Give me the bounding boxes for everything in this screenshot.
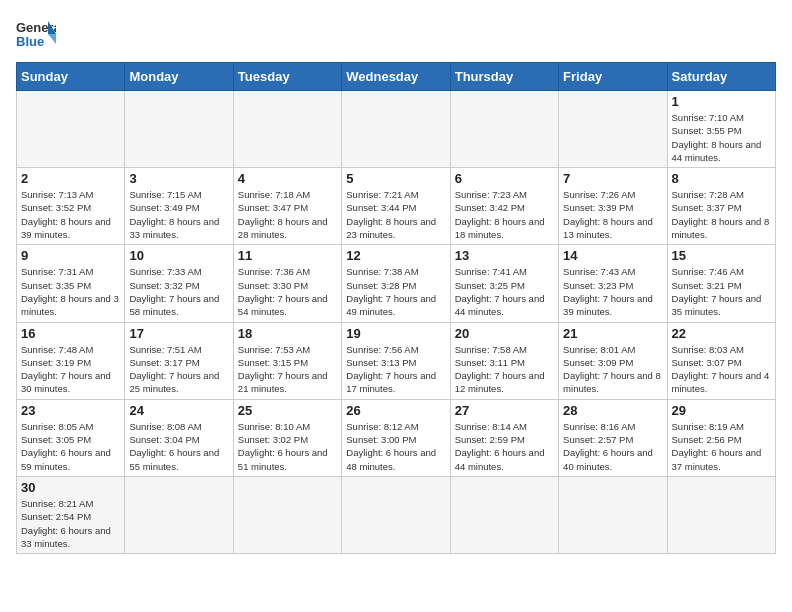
day-info: Sunrise: 7:21 AM Sunset: 3:44 PM Dayligh…: [346, 188, 445, 241]
calendar-day-cell: 1Sunrise: 7:10 AM Sunset: 3:55 PM Daylig…: [667, 91, 775, 168]
day-info: Sunrise: 8:12 AM Sunset: 3:00 PM Dayligh…: [346, 420, 445, 473]
day-info: Sunrise: 7:51 AM Sunset: 3:17 PM Dayligh…: [129, 343, 228, 396]
calendar-day-cell: 19Sunrise: 7:56 AM Sunset: 3:13 PM Dayli…: [342, 322, 450, 399]
logo: General Blue: [16, 16, 56, 52]
calendar-day-cell: 28Sunrise: 8:16 AM Sunset: 2:57 PM Dayli…: [559, 399, 667, 476]
day-info: Sunrise: 7:41 AM Sunset: 3:25 PM Dayligh…: [455, 265, 554, 318]
calendar-day-cell: 29Sunrise: 8:19 AM Sunset: 2:56 PM Dayli…: [667, 399, 775, 476]
day-info: Sunrise: 7:33 AM Sunset: 3:32 PM Dayligh…: [129, 265, 228, 318]
day-number: 6: [455, 171, 554, 186]
calendar-day-cell: 20Sunrise: 7:58 AM Sunset: 3:11 PM Dayli…: [450, 322, 558, 399]
calendar-day-cell: 22Sunrise: 8:03 AM Sunset: 3:07 PM Dayli…: [667, 322, 775, 399]
day-info: Sunrise: 7:31 AM Sunset: 3:35 PM Dayligh…: [21, 265, 120, 318]
day-number: 16: [21, 326, 120, 341]
calendar-day-cell: 23Sunrise: 8:05 AM Sunset: 3:05 PM Dayli…: [17, 399, 125, 476]
day-info: Sunrise: 7:13 AM Sunset: 3:52 PM Dayligh…: [21, 188, 120, 241]
weekday-header-cell: Monday: [125, 63, 233, 91]
day-number: 11: [238, 248, 337, 263]
calendar-table: SundayMondayTuesdayWednesdayThursdayFrid…: [16, 62, 776, 554]
day-number: 5: [346, 171, 445, 186]
day-info: Sunrise: 7:36 AM Sunset: 3:30 PM Dayligh…: [238, 265, 337, 318]
day-number: 12: [346, 248, 445, 263]
calendar-day-cell: [233, 91, 341, 168]
calendar-day-cell: [667, 476, 775, 553]
calendar-day-cell: 13Sunrise: 7:41 AM Sunset: 3:25 PM Dayli…: [450, 245, 558, 322]
calendar-day-cell: [559, 91, 667, 168]
weekday-header-row: SundayMondayTuesdayWednesdayThursdayFrid…: [17, 63, 776, 91]
day-number: 9: [21, 248, 120, 263]
weekday-header-cell: Thursday: [450, 63, 558, 91]
calendar-day-cell: 27Sunrise: 8:14 AM Sunset: 2:59 PM Dayli…: [450, 399, 558, 476]
calendar-day-cell: [125, 91, 233, 168]
day-number: 26: [346, 403, 445, 418]
calendar-day-cell: 8Sunrise: 7:28 AM Sunset: 3:37 PM Daylig…: [667, 168, 775, 245]
calendar-day-cell: 15Sunrise: 7:46 AM Sunset: 3:21 PM Dayli…: [667, 245, 775, 322]
calendar-week-row: 23Sunrise: 8:05 AM Sunset: 3:05 PM Dayli…: [17, 399, 776, 476]
calendar-day-cell: 6Sunrise: 7:23 AM Sunset: 3:42 PM Daylig…: [450, 168, 558, 245]
day-number: 1: [672, 94, 771, 109]
day-number: 18: [238, 326, 337, 341]
day-number: 23: [21, 403, 120, 418]
calendar-day-cell: 14Sunrise: 7:43 AM Sunset: 3:23 PM Dayli…: [559, 245, 667, 322]
svg-text:Blue: Blue: [16, 34, 44, 49]
calendar-week-row: 9Sunrise: 7:31 AM Sunset: 3:35 PM Daylig…: [17, 245, 776, 322]
day-info: Sunrise: 7:43 AM Sunset: 3:23 PM Dayligh…: [563, 265, 662, 318]
day-number: 8: [672, 171, 771, 186]
day-number: 24: [129, 403, 228, 418]
day-number: 7: [563, 171, 662, 186]
day-number: 20: [455, 326, 554, 341]
calendar-day-cell: 9Sunrise: 7:31 AM Sunset: 3:35 PM Daylig…: [17, 245, 125, 322]
weekday-header-cell: Friday: [559, 63, 667, 91]
day-number: 15: [672, 248, 771, 263]
svg-marker-3: [48, 34, 56, 44]
day-info: Sunrise: 7:53 AM Sunset: 3:15 PM Dayligh…: [238, 343, 337, 396]
calendar-day-cell: 16Sunrise: 7:48 AM Sunset: 3:19 PM Dayli…: [17, 322, 125, 399]
calendar-week-row: 30Sunrise: 8:21 AM Sunset: 2:54 PM Dayli…: [17, 476, 776, 553]
calendar-day-cell: 10Sunrise: 7:33 AM Sunset: 3:32 PM Dayli…: [125, 245, 233, 322]
day-number: 3: [129, 171, 228, 186]
day-info: Sunrise: 8:16 AM Sunset: 2:57 PM Dayligh…: [563, 420, 662, 473]
day-number: 29: [672, 403, 771, 418]
weekday-header-cell: Sunday: [17, 63, 125, 91]
calendar-day-cell: [450, 476, 558, 553]
calendar-day-cell: 25Sunrise: 8:10 AM Sunset: 3:02 PM Dayli…: [233, 399, 341, 476]
header: General Blue: [16, 16, 776, 52]
day-number: 4: [238, 171, 337, 186]
day-info: Sunrise: 7:46 AM Sunset: 3:21 PM Dayligh…: [672, 265, 771, 318]
calendar-day-cell: [17, 91, 125, 168]
calendar-day-cell: 26Sunrise: 8:12 AM Sunset: 3:00 PM Dayli…: [342, 399, 450, 476]
day-info: Sunrise: 7:56 AM Sunset: 3:13 PM Dayligh…: [346, 343, 445, 396]
weekday-header-cell: Wednesday: [342, 63, 450, 91]
calendar-day-cell: [450, 91, 558, 168]
day-number: 27: [455, 403, 554, 418]
calendar-day-cell: [125, 476, 233, 553]
day-info: Sunrise: 8:14 AM Sunset: 2:59 PM Dayligh…: [455, 420, 554, 473]
day-info: Sunrise: 7:58 AM Sunset: 3:11 PM Dayligh…: [455, 343, 554, 396]
day-info: Sunrise: 7:18 AM Sunset: 3:47 PM Dayligh…: [238, 188, 337, 241]
day-number: 28: [563, 403, 662, 418]
day-number: 30: [21, 480, 120, 495]
calendar-day-cell: 21Sunrise: 8:01 AM Sunset: 3:09 PM Dayli…: [559, 322, 667, 399]
day-info: Sunrise: 7:15 AM Sunset: 3:49 PM Dayligh…: [129, 188, 228, 241]
day-info: Sunrise: 8:03 AM Sunset: 3:07 PM Dayligh…: [672, 343, 771, 396]
calendar-day-cell: [233, 476, 341, 553]
calendar-day-cell: 30Sunrise: 8:21 AM Sunset: 2:54 PM Dayli…: [17, 476, 125, 553]
calendar-day-cell: [559, 476, 667, 553]
day-info: Sunrise: 7:28 AM Sunset: 3:37 PM Dayligh…: [672, 188, 771, 241]
day-info: Sunrise: 8:10 AM Sunset: 3:02 PM Dayligh…: [238, 420, 337, 473]
weekday-header-cell: Saturday: [667, 63, 775, 91]
calendar-day-cell: 2Sunrise: 7:13 AM Sunset: 3:52 PM Daylig…: [17, 168, 125, 245]
day-info: Sunrise: 8:01 AM Sunset: 3:09 PM Dayligh…: [563, 343, 662, 396]
weekday-header-cell: Tuesday: [233, 63, 341, 91]
day-info: Sunrise: 8:21 AM Sunset: 2:54 PM Dayligh…: [21, 497, 120, 550]
calendar-day-cell: 17Sunrise: 7:51 AM Sunset: 3:17 PM Dayli…: [125, 322, 233, 399]
calendar-day-cell: 11Sunrise: 7:36 AM Sunset: 3:30 PM Dayli…: [233, 245, 341, 322]
day-number: 19: [346, 326, 445, 341]
calendar-week-row: 16Sunrise: 7:48 AM Sunset: 3:19 PM Dayli…: [17, 322, 776, 399]
day-info: Sunrise: 7:23 AM Sunset: 3:42 PM Dayligh…: [455, 188, 554, 241]
calendar-day-cell: [342, 476, 450, 553]
day-number: 25: [238, 403, 337, 418]
calendar-day-cell: 5Sunrise: 7:21 AM Sunset: 3:44 PM Daylig…: [342, 168, 450, 245]
day-number: 21: [563, 326, 662, 341]
day-info: Sunrise: 8:08 AM Sunset: 3:04 PM Dayligh…: [129, 420, 228, 473]
